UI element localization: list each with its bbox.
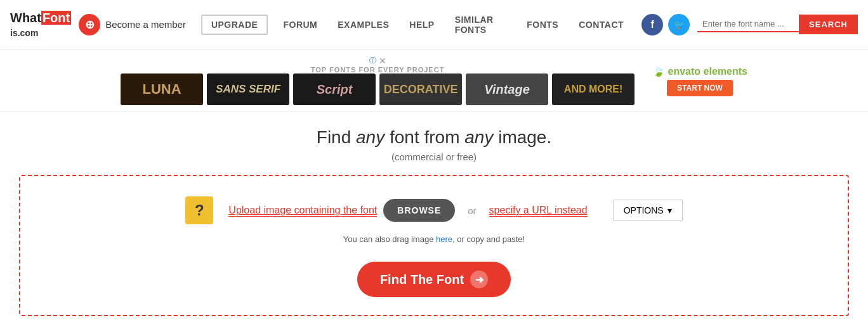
nav-forum[interactable]: FORUM	[273, 0, 327, 49]
upload-section: Upload image containing the font BROWSE …	[228, 199, 587, 222]
envato-logo: 🍃 envato elements	[652, 65, 747, 77]
nav-help[interactable]: HELP	[399, 0, 444, 49]
main-content: Find any font from any image. (commercia…	[0, 112, 868, 329]
browse-button[interactable]: BROWSE	[383, 199, 455, 222]
member-icon: ⊕	[79, 14, 100, 35]
facebook-button[interactable]: f	[641, 14, 663, 35]
font-card-decorative[interactable]: DECORATIVE	[379, 73, 462, 105]
member-area[interactable]: ⊕ Become a member	[79, 14, 186, 35]
logo-what: What	[10, 11, 41, 25]
ad-close-button[interactable]: ✕	[379, 56, 386, 66]
nav-similar-fonts[interactable]: SIMILAR FONTS	[445, 0, 517, 49]
font-card-serif[interactable]: LUNA	[121, 73, 203, 105]
main-nav: UPGRADE FORUM EXAMPLES HELP SIMILAR FONT…	[201, 0, 634, 49]
nav-upgrade[interactable]: UPGRADE	[201, 15, 268, 35]
social-icons: f 🐦	[641, 14, 690, 35]
drag-here-link[interactable]: here	[436, 234, 452, 244]
logo[interactable]: WhatFont is.com	[10, 11, 71, 39]
nav-fonts[interactable]: FONTS	[516, 0, 569, 49]
logo-font: Font	[41, 11, 71, 25]
headline-part1: Find	[317, 127, 356, 147]
options-button[interactable]: OPTIONS ▾	[613, 200, 683, 221]
search-button[interactable]: SEARCH	[799, 15, 858, 34]
start-now-button[interactable]: START NOW	[667, 80, 733, 96]
search-area: SEARCH	[697, 15, 858, 34]
headline: Find any font from any image.	[13, 127, 855, 148]
font-search-input[interactable]	[697, 16, 799, 32]
ad-info-icon[interactable]: ⓘ	[369, 56, 376, 65]
dropzone-inner: ? Upload image containing the font BROWS…	[33, 196, 835, 224]
headline-part3: image.	[493, 127, 551, 147]
headline-any1: any	[356, 127, 385, 147]
ad-controls: ⓘ ✕	[369, 56, 386, 66]
find-font-arrow-icon: ➔	[470, 271, 488, 288]
dropzone[interactable]: ? Upload image containing the font BROWS…	[19, 175, 849, 316]
member-label: Become a member	[105, 19, 186, 30]
header: WhatFont is.com ⊕ Become a member UPGRAD…	[0, 0, 868, 49]
logo-iscom: is.com	[10, 28, 38, 38]
options-label: OPTIONS	[624, 205, 664, 215]
find-font-button[interactable]: Find The Font ➔	[357, 262, 511, 297]
headline-any2: any	[464, 127, 493, 147]
url-link[interactable]: specify a URL instead	[489, 205, 588, 217]
envato-label: envato elements	[668, 66, 747, 77]
nav-examples[interactable]: EXAMPLES	[327, 0, 399, 49]
subline: (commercial or free)	[13, 151, 855, 162]
logo-area: WhatFont is.com ⊕ Become a member	[10, 11, 201, 39]
ad-banner: ⓘ ✕ TOP FONTS FOR EVERY PROJECT LUNA SAN…	[0, 49, 868, 112]
or-text: or	[468, 205, 476, 216]
ad-label: TOP FONTS FOR EVERY PROJECT	[311, 66, 445, 73]
find-btn-area: Find The Font ➔	[33, 250, 835, 297]
font-card-more[interactable]: AND MORE!	[552, 73, 635, 105]
headline-part2: font from	[385, 127, 464, 147]
question-icon: ?	[185, 196, 213, 224]
envato-box: 🍃 envato elements START NOW	[652, 65, 747, 96]
font-cards: LUNA SANS SERIF Script DECORATIVE Vintag…	[121, 73, 635, 105]
font-card-script[interactable]: Script	[293, 73, 376, 105]
find-font-label: Find The Font	[380, 272, 464, 287]
options-chevron-icon: ▾	[667, 205, 672, 215]
twitter-button[interactable]: 🐦	[668, 14, 690, 35]
font-card-sans[interactable]: SANS SERIF	[207, 73, 289, 105]
upload-link[interactable]: Upload image containing the font	[228, 205, 377, 217]
font-card-vintage[interactable]: Vintage	[466, 73, 548, 105]
nav-contact[interactable]: CONTACT	[569, 0, 634, 49]
drag-hint: You can also drag image here, or copy an…	[33, 234, 835, 244]
